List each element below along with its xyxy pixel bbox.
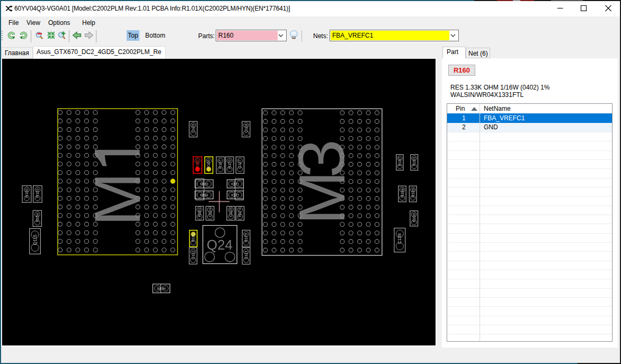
svg-text:C124: C124: [208, 208, 212, 217]
svg-text:C125: C125: [228, 208, 233, 217]
svg-text:M: M: [286, 171, 358, 225]
svg-text:Q24: Q24: [207, 237, 233, 253]
svg-text:R201: R201: [412, 157, 416, 166]
svg-text:R170: R170: [227, 159, 232, 168]
svg-text:R159: R159: [191, 233, 196, 242]
svg-text:R198: R198: [400, 189, 405, 198]
svg-text:R200: R200: [412, 213, 416, 222]
svg-text:R153: R153: [35, 189, 40, 198]
svg-text:C121: C121: [244, 250, 249, 259]
svg-text:Q115: Q115: [32, 234, 38, 245]
svg-text:M: M: [82, 172, 154, 226]
svg-text:C122: C122: [191, 251, 196, 260]
svg-text:C138: C138: [397, 233, 402, 244]
svg-text:R197: R197: [397, 157, 402, 166]
svg-text:C120: C120: [191, 124, 196, 133]
svg-text:R174: R174: [237, 208, 242, 217]
svg-text:R172: R172: [231, 193, 239, 197]
svg-text:R199: R199: [411, 189, 415, 198]
svg-text:3: 3: [286, 139, 358, 178]
svg-text:R160: R160: [195, 159, 200, 168]
svg-text:R150: R150: [24, 189, 29, 198]
svg-text:R167: R167: [218, 159, 223, 168]
svg-text:R164: R164: [200, 193, 208, 197]
svg-text:BC04: BC04: [157, 287, 165, 290]
svg-text:C128: C128: [244, 124, 249, 133]
svg-text:R161: R161: [197, 208, 202, 217]
svg-text:R154: R154: [35, 213, 40, 222]
svg-text:R171: R171: [231, 182, 239, 185]
svg-text:R166: R166: [207, 159, 211, 168]
svg-text:R163: R163: [200, 182, 208, 185]
svg-text:R175: R175: [244, 233, 249, 242]
svg-text:C127: C127: [237, 159, 242, 168]
